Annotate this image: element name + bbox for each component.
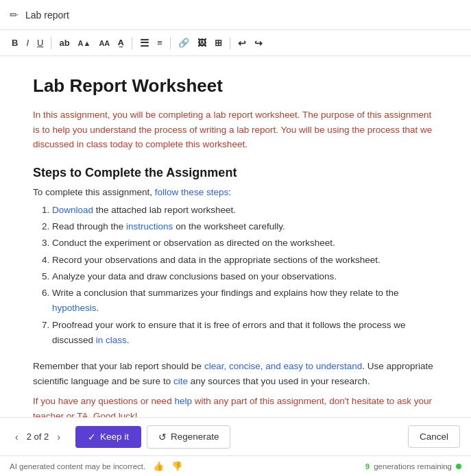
regenerate-icon: ↺ bbox=[158, 431, 167, 442]
keep-it-button[interactable]: ✓ Keep it bbox=[75, 426, 141, 448]
bullet-list-button[interactable]: ☰ bbox=[136, 35, 152, 51]
edit-icon: ✏ bbox=[10, 9, 19, 21]
toolbar-divider-2 bbox=[132, 37, 132, 49]
redo-button[interactable]: ↪ bbox=[251, 36, 266, 51]
toolbar-divider-3 bbox=[170, 37, 171, 49]
document-content: Lab Report Worksheet In this assignment,… bbox=[0, 56, 471, 417]
steps-list: Download the attached lab report workshe… bbox=[52, 203, 438, 348]
intro-paragraph: In this assignment, you will be completi… bbox=[33, 108, 438, 152]
strikethrough-button[interactable]: ab bbox=[56, 36, 73, 50]
toolbar-divider-1 bbox=[51, 37, 51, 49]
table-button[interactable]: ⊞ bbox=[211, 36, 226, 50]
list-item: Write a conclusion that summarizes your … bbox=[52, 286, 438, 316]
list-item: Proofread your work to ensure that it is… bbox=[52, 318, 438, 349]
nav-pagination: ‹ 2 of 2 › bbox=[11, 429, 64, 445]
cancel-button[interactable]: Cancel bbox=[408, 425, 460, 448]
generations-label: generations remaining bbox=[374, 462, 452, 471]
formatting-toolbar: B I U ab A▲ AA A̲ ☰ ≡ 🔗 🖼 ⊞ ↩ ↪ bbox=[0, 30, 471, 56]
highlight-button[interactable]: A▲ bbox=[75, 37, 95, 49]
section-heading: Steps to Complete the Assignment bbox=[33, 166, 438, 180]
remember-paragraph: Remember that your lab report should be … bbox=[33, 359, 438, 388]
footer-left: AI generated content may be incorrect. 👍… bbox=[10, 460, 184, 472]
list-item: Record your observations and data in the… bbox=[52, 253, 438, 268]
document-title-bar: Lab report bbox=[25, 10, 69, 21]
list-item: Download the attached lab report workshe… bbox=[52, 203, 438, 218]
link-button[interactable]: 🔗 bbox=[175, 36, 193, 50]
status-dot-icon bbox=[456, 464, 461, 469]
checkmark-icon: ✓ bbox=[88, 431, 96, 442]
undo-button[interactable]: ↩ bbox=[234, 36, 250, 51]
image-button[interactable]: 🖼 bbox=[194, 36, 210, 50]
title-bar: ✏ Lab report bbox=[0, 0, 471, 30]
ai-disclaimer-text: AI generated content may be incorrect. bbox=[10, 462, 145, 471]
generations-count: 9 bbox=[365, 462, 370, 471]
fontcolor-button[interactable]: A̲ bbox=[114, 36, 128, 49]
thumbs-down-icon[interactable]: 👎 bbox=[169, 460, 184, 472]
prev-button[interactable]: ‹ bbox=[11, 429, 23, 445]
numbered-list-button[interactable]: ≡ bbox=[154, 36, 166, 50]
keep-it-label: Keep it bbox=[100, 431, 129, 442]
next-button[interactable]: › bbox=[53, 429, 64, 445]
feedback-icons: 👍 👎 bbox=[151, 460, 184, 472]
page-counter: 2 of 2 bbox=[27, 431, 49, 442]
bold-button[interactable]: B bbox=[8, 36, 21, 50]
underline-button[interactable]: U bbox=[34, 36, 47, 50]
thumbs-up-icon[interactable]: 👍 bbox=[151, 460, 166, 472]
nav-bar: ‹ 2 of 2 › ✓ Keep it ↺ Regenerate Cancel bbox=[0, 417, 471, 455]
italic-button[interactable]: I bbox=[23, 36, 32, 50]
list-item: Conduct the experiment or observation as… bbox=[52, 236, 438, 251]
good-luck-paragraph: If you have any questions or need help w… bbox=[33, 394, 438, 417]
fontsize-button[interactable]: AA bbox=[95, 37, 113, 49]
steps-intro-text: To complete this assignment, follow thes… bbox=[33, 187, 438, 197]
list-item: Read through the instructions on the wor… bbox=[52, 219, 438, 234]
document-heading: Lab Report Worksheet bbox=[33, 75, 438, 97]
footer-bar: AI generated content may be incorrect. 👍… bbox=[0, 455, 471, 476]
footer-right: 9 generations remaining bbox=[365, 462, 461, 471]
toolbar-divider-4 bbox=[230, 37, 230, 49]
list-item: Analyze your data and draw conclusions b… bbox=[52, 269, 438, 284]
regenerate-label: Regenerate bbox=[171, 431, 219, 442]
regenerate-button[interactable]: ↺ Regenerate bbox=[147, 425, 231, 449]
